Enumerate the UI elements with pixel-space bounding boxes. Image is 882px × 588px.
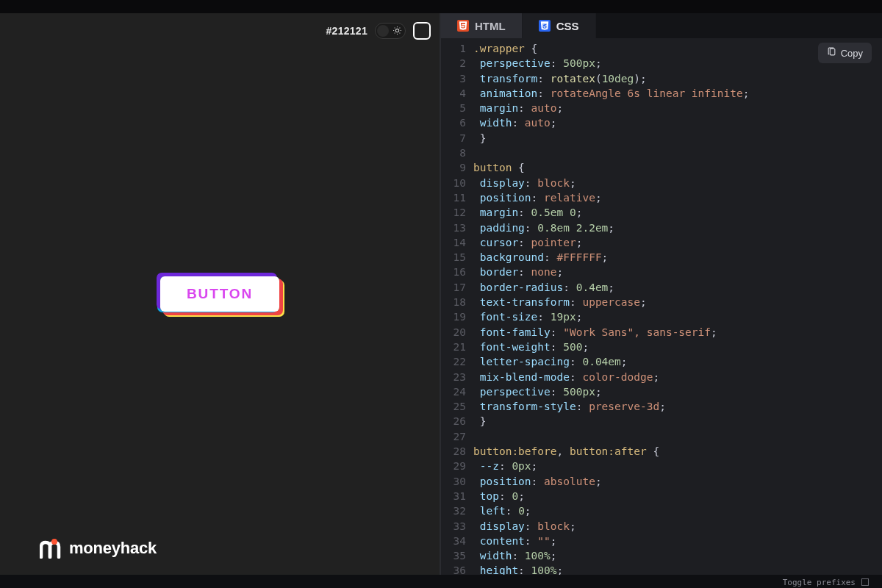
main-split: #212121 BUTTON moneyhack (0, 13, 882, 575)
code-editor[interactable]: 1234567891011121314151617181920212223242… (441, 38, 882, 575)
svg-rect-10 (830, 49, 835, 55)
background-hex-label: #212121 (326, 25, 368, 37)
demo-button-wrapper: BUTTON (160, 276, 279, 312)
tab-label: HTML (475, 20, 506, 32)
preview-controls: #212121 (326, 22, 431, 40)
tab-html[interactable]: HTML (441, 13, 523, 38)
demo-button[interactable]: BUTTON (160, 276, 279, 312)
tab-css[interactable]: CSS (523, 13, 596, 38)
svg-line-3 (395, 28, 395, 29)
line-number-gutter: 1234567891011121314151617181920212223242… (441, 41, 473, 575)
brand-logo-icon (40, 538, 63, 559)
color-picker-swatch[interactable] (413, 22, 431, 40)
svg-point-9 (51, 539, 57, 545)
brand-watermark: moneyhack (40, 538, 157, 559)
code-pane: HTML CSS Copy 12345678910111213141516171… (440, 13, 882, 575)
toggle-prefixes-label[interactable]: Toggle prefixes (783, 578, 856, 587)
css3-icon (539, 20, 551, 32)
theme-toggle[interactable] (375, 23, 406, 39)
clipboard-icon (827, 47, 836, 59)
brand-name: moneyhack (69, 539, 157, 558)
copy-button[interactable]: Copy (818, 43, 872, 63)
svg-point-0 (395, 29, 398, 32)
preview-pane: #212121 BUTTON moneyhack (0, 13, 440, 575)
sun-icon (392, 26, 402, 37)
html5-icon (457, 20, 469, 32)
svg-line-7 (395, 33, 395, 34)
copy-label: Copy (841, 48, 863, 59)
toggle-prefixes-checkbox[interactable] (861, 578, 869, 586)
editor-tabs: HTML CSS (441, 13, 882, 38)
toggle-knob (377, 25, 389, 37)
svg-line-8 (400, 28, 401, 29)
svg-line-4 (400, 33, 401, 34)
tab-label: CSS (556, 20, 579, 32)
window-titlebar (0, 0, 882, 13)
status-bar: Toggle prefixes (0, 575, 882, 588)
code-content: .wrapper { perspective: 500px; transform… (473, 41, 882, 575)
